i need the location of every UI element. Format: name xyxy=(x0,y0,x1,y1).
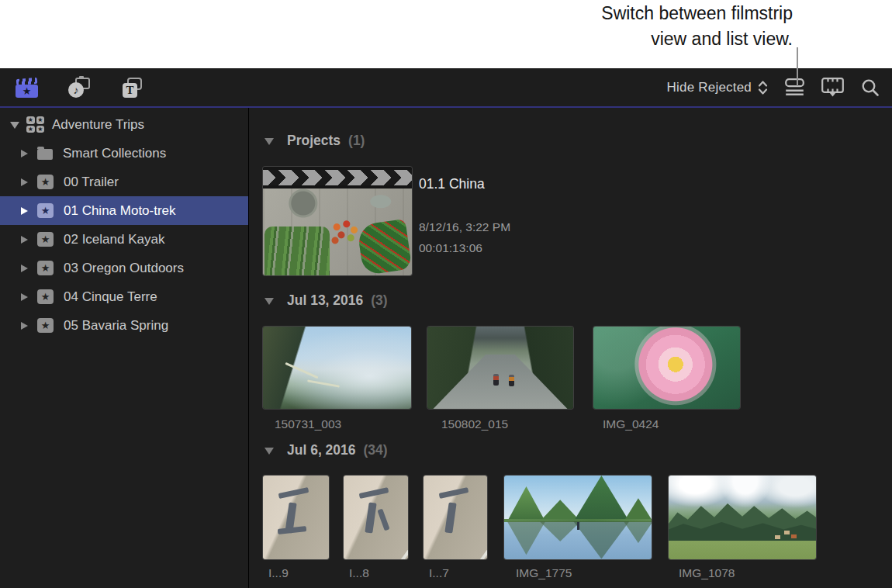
brushstroke-art xyxy=(444,502,456,533)
filter-popup-button[interactable]: Hide Rejected xyxy=(667,80,752,95)
clip-name: I...9 xyxy=(268,566,289,580)
disclosure-triangle-open-icon[interactable] xyxy=(264,448,274,455)
person-art xyxy=(577,522,579,530)
disclosure-triangle-icon[interactable] xyxy=(21,236,28,244)
star-collection-icon xyxy=(37,175,54,189)
sidebar-item-05-bavaria-spring[interactable]: 05 Bavaria Spring xyxy=(0,311,248,340)
star-collection-icon xyxy=(37,261,54,275)
brush-handle-art xyxy=(477,527,487,559)
sidebar-item-label: 01 China Moto-trek xyxy=(64,203,176,219)
section-header-jul-6-2016: Jul 6, 2016 (34) xyxy=(264,442,388,458)
sidebar-item-04-cinque-terre[interactable]: 04 Cinque Terre xyxy=(0,282,248,311)
list-view-icon[interactable] xyxy=(785,78,804,96)
clapperboard-chevron-strip xyxy=(263,167,412,189)
sidebar-item-00-trailer[interactable]: 00 Trailer xyxy=(0,168,248,196)
sidebar-item-label: 05 Bavaria Spring xyxy=(64,318,168,334)
disclosure-triangle-open-icon[interactable] xyxy=(264,138,274,145)
library-icon xyxy=(26,116,44,133)
peppers-art xyxy=(357,218,412,275)
clip-name: IMG_1775 xyxy=(516,566,572,580)
sidebar-item-label: 02 Iceland Kayak xyxy=(64,232,164,247)
toolbar-right-group: Hide Rejected xyxy=(667,78,892,97)
clip-name: 150731_003 xyxy=(275,417,341,431)
sidebar-item-02-iceland-kayak[interactable]: 02 Iceland Kayak xyxy=(0,225,248,254)
browser-content: Projects (1) 01.1 China 8/12/16, 3:22 PM… xyxy=(249,108,892,588)
disclosure-triangle-icon[interactable] xyxy=(21,178,28,186)
village-art xyxy=(791,534,797,538)
wall-art xyxy=(285,362,318,379)
clip-name: I...8 xyxy=(349,566,369,580)
project-thumbnail-01-1-china[interactable] xyxy=(263,167,412,275)
sidebar-item-label: 03 Oregon Outdoors xyxy=(64,261,184,276)
libraries-sidebar-icon[interactable] xyxy=(16,77,39,99)
reflection-art xyxy=(624,521,652,543)
final-cut-pro-browser-window: Hide Rejected xyxy=(0,68,892,588)
browser-toolbar: Hide Rejected xyxy=(0,68,892,108)
section-title: Projects xyxy=(287,133,341,149)
brushstroke-art xyxy=(438,488,468,500)
karst-hill-art xyxy=(624,498,652,521)
star-collection-icon xyxy=(37,203,54,218)
disclosure-triangle-icon[interactable] xyxy=(21,322,28,330)
project-duration: 00:01:13:06 xyxy=(419,241,482,255)
karst-hill-art xyxy=(573,476,629,521)
sidebar-item-03-oregon-outdoors[interactable]: 03 Oregon Outdoors xyxy=(0,254,248,282)
browser-main-split: Adventure Trips Smart Collections 00 Tra… xyxy=(0,108,892,588)
motorcyclist-art xyxy=(493,374,499,386)
star-collection-icon xyxy=(37,318,54,333)
disclosure-triangle-icon[interactable] xyxy=(21,293,28,301)
libraries-sidebar: Adventure Trips Smart Collections 00 Tra… xyxy=(0,108,249,588)
brushstroke-art xyxy=(277,526,306,534)
music-note-icon xyxy=(68,82,84,98)
village-art xyxy=(775,535,780,539)
photos-audio-sidebar-icon[interactable] xyxy=(67,77,92,99)
sidebar-item-label: Smart Collections xyxy=(63,146,166,161)
clip-thumbnail-img-1078[interactable] xyxy=(669,476,816,559)
star-collection-icon xyxy=(37,232,54,247)
search-icon[interactable] xyxy=(861,78,880,97)
sidebar-item-smart-collections[interactable]: Smart Collections xyxy=(0,139,248,168)
project-title: 01.1 China xyxy=(419,176,485,192)
clip-thumbnail-img-0424[interactable] xyxy=(593,327,740,409)
clip-name: IMG_0424 xyxy=(603,417,659,431)
callout-text: Switch between filmstrip view and list v… xyxy=(566,1,793,52)
star-collection-icon xyxy=(37,289,54,304)
disclosure-triangle-open-icon[interactable] xyxy=(10,122,19,129)
clip-name: 150802_015 xyxy=(441,417,508,431)
project-date: 8/12/16, 3:22 PM xyxy=(419,220,510,234)
clip-name: I...7 xyxy=(429,566,449,580)
clip-name: IMG_1078 xyxy=(679,566,735,580)
brushstroke-art xyxy=(278,487,309,499)
sidebar-library-row[interactable]: Adventure Trips xyxy=(0,110,248,139)
popup-chevrons-icon[interactable] xyxy=(758,80,768,95)
section-header-jul-13-2016: Jul 13, 2016 (3) xyxy=(264,292,388,309)
section-count: (1) xyxy=(348,133,365,149)
brushstroke-art xyxy=(365,502,376,533)
letter-t-icon xyxy=(123,83,137,98)
clip-thumbnail-calligraphy-8[interactable] xyxy=(344,476,408,559)
clip-thumbnail-150731-003[interactable] xyxy=(263,327,411,409)
section-count: (3) xyxy=(371,292,387,309)
clip-thumbnail-calligraphy-7[interactable] xyxy=(424,476,487,559)
disclosure-triangle-icon[interactable] xyxy=(21,150,28,157)
karst-hill-art xyxy=(507,486,545,521)
section-header-projects: Projects (1) xyxy=(264,133,365,149)
clip-thumbnail-img-1775[interactable] xyxy=(504,476,652,559)
wall-art xyxy=(307,379,340,387)
titles-generators-sidebar-icon[interactable] xyxy=(119,77,144,99)
reflection-art xyxy=(573,521,629,559)
clip-thumbnail-150802-015[interactable] xyxy=(427,327,573,409)
disclosure-triangle-icon[interactable] xyxy=(21,207,28,215)
cucumbers-art xyxy=(264,227,330,275)
disclosure-triangle-open-icon[interactable] xyxy=(264,298,274,305)
road-art xyxy=(427,355,573,409)
reflection-art xyxy=(540,521,581,541)
sidebar-item-label: 00 Trailer xyxy=(64,175,119,190)
brushstroke-art xyxy=(378,509,390,531)
project-poster-frame xyxy=(263,189,412,275)
sidebar-item-01-china-moto-trek[interactable]: 01 China Moto-trek xyxy=(0,196,248,225)
filmstrip-view-icon[interactable] xyxy=(821,78,844,97)
clip-thumbnail-calligraphy-9[interactable] xyxy=(263,476,329,559)
disclosure-triangle-icon[interactable] xyxy=(21,265,28,272)
motorcyclist-art xyxy=(509,375,514,386)
